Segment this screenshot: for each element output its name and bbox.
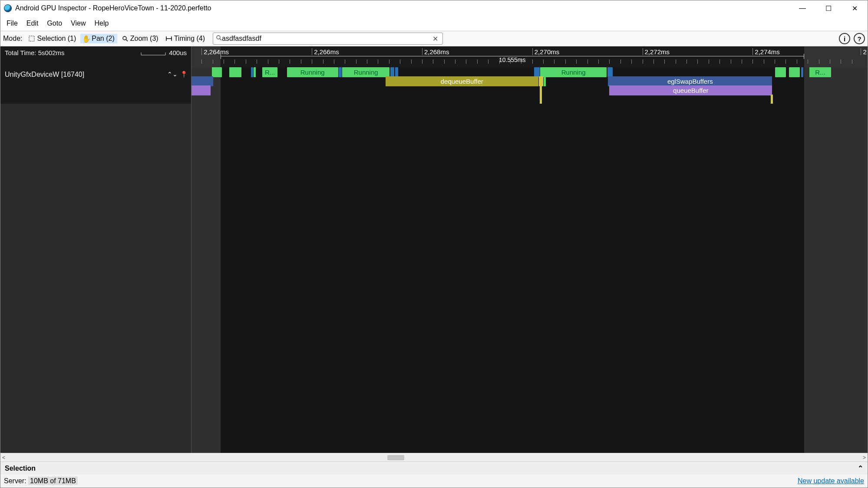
tick-label: 2,272ms [643, 48, 670, 55]
timing-icon [165, 35, 172, 42]
info-button[interactable]: i [839, 33, 850, 44]
trace-slice[interactable] [539, 76, 543, 86]
trace-slice[interactable]: Running [540, 67, 607, 77]
help-button[interactable]: ? [854, 33, 865, 44]
horizontal-scrollbar[interactable]: < > [0, 453, 868, 462]
trace-slice[interactable]: dequeueBuffer [386, 76, 538, 86]
ruler-row: Total Time: 5s002ms 400us 2,264ms2,266ms… [0, 46, 868, 67]
trace-slice[interactable]: R... [809, 67, 831, 77]
trace-slice[interactable] [789, 67, 800, 77]
trace-slice[interactable] [607, 67, 613, 77]
window-controls: — ☐ ✕ [789, 0, 868, 16]
tick-label: 2,274ms [752, 48, 780, 55]
menu-file[interactable]: File [2, 18, 22, 29]
mode-selection-label: Selection (1) [37, 35, 76, 43]
close-button[interactable]: ✕ [842, 0, 868, 16]
mode-pan[interactable]: ✋ Pan (2) [80, 34, 117, 43]
trace-slice[interactable] [229, 67, 241, 77]
trace-slice[interactable] [544, 76, 546, 86]
search-input[interactable] [222, 35, 431, 43]
status-bar: Server: 10MB of 71MB New update availabl… [0, 475, 868, 488]
track-row: UnityGfxDeviceW [16740] ⌃⌄ 📍 R...Running… [0, 67, 868, 104]
trace-slice[interactable] [540, 95, 542, 104]
tick-label: 2,266ms [312, 48, 339, 55]
selection-title: Selection [5, 465, 36, 472]
menu-view[interactable]: View [66, 18, 90, 29]
range-bracket: 10.555ms [221, 56, 804, 63]
hand-icon: ✋ [83, 35, 90, 42]
mode-pan-label: Pan (2) [92, 35, 114, 43]
pin-icon[interactable]: 📍 [180, 71, 188, 78]
svg-rect-0 [29, 36, 34, 41]
track-name: UnityGfxDeviceW [16740] [5, 71, 84, 79]
trace-slice[interactable] [191, 85, 211, 95]
ruler-sidebar: Total Time: 5s002ms 400us [0, 46, 191, 67]
maximize-button[interactable]: ☐ [815, 0, 842, 16]
mode-zoom-label: Zoom (3) [130, 35, 158, 43]
title-bar: Android GPU Inspector - RopeHeroViceTown… [0, 0, 868, 16]
trace-slice[interactable]: R... [262, 67, 277, 77]
expand-panel-icon[interactable]: ⌃ [858, 464, 863, 472]
scroll-left-icon[interactable]: < [2, 455, 5, 461]
window-title: Android GPU Inspector - RopeHeroViceTown… [15, 4, 211, 12]
track-lanes[interactable]: R...RunningRunningRunningR...dequeueBuff… [191, 67, 868, 104]
trace-slice[interactable] [540, 85, 542, 95]
svg-line-7 [220, 39, 221, 40]
scale-label: 400us [169, 49, 187, 56]
mode-selection[interactable]: Selection (1) [26, 34, 79, 43]
menu-bar: File Edit Goto View Help [0, 16, 868, 31]
trace-slice[interactable] [395, 67, 399, 77]
tick-label: 2 [861, 48, 866, 55]
trace-slice[interactable] [254, 67, 256, 77]
app-icon [4, 4, 12, 12]
svg-point-1 [123, 36, 126, 40]
trace-slice[interactable] [191, 76, 213, 86]
trace-slice[interactable] [212, 67, 222, 77]
trace-slice[interactable] [251, 67, 253, 77]
search-box[interactable]: ✕ [213, 33, 443, 45]
trace-slice[interactable]: Running [342, 67, 389, 77]
scale-indicator: 400us [140, 49, 187, 56]
update-link[interactable]: New update available [798, 477, 864, 485]
clear-search-icon[interactable]: ✕ [431, 35, 440, 43]
zoom-icon [122, 35, 129, 42]
trace-slice[interactable] [801, 67, 803, 77]
toolbar: Mode: Selection (1) ✋ Pan (2) Zoom (3) T… [0, 31, 868, 46]
memory-usage: 10MB of 71MB [28, 477, 78, 485]
menu-goto[interactable]: Goto [43, 18, 66, 29]
trace-slice[interactable] [339, 67, 341, 77]
selection-icon [28, 35, 35, 42]
menu-help[interactable]: Help [90, 18, 113, 29]
tick-label: 2,268ms [422, 48, 449, 55]
total-time-label: Total Time: 5s002ms [5, 49, 65, 56]
trace-slice[interactable] [390, 67, 394, 77]
svg-line-2 [126, 39, 128, 41]
trace-slice[interactable]: Running [287, 67, 338, 77]
collapse-icon[interactable]: ⌃⌄ [167, 71, 178, 78]
time-ruler[interactable]: 2,264ms2,266ms2,268ms2,270ms2,272ms2,274… [191, 46, 868, 67]
timeline-area: Total Time: 5s002ms 400us 2,264ms2,266ms… [0, 46, 868, 453]
tick-label: 2,270ms [532, 48, 560, 55]
mode-label: Mode: [3, 35, 22, 43]
trace-slice[interactable] [771, 95, 773, 104]
mode-timing-label: Timing (4) [174, 35, 205, 43]
search-icon [216, 35, 222, 43]
selection-panel-header[interactable]: Selection ⌃ [0, 462, 868, 475]
timeline-empty-area [0, 104, 868, 453]
trace-slice[interactable] [775, 67, 786, 77]
minimize-button[interactable]: — [789, 0, 815, 16]
scroll-right-icon[interactable]: > [863, 455, 866, 461]
trace-slice[interactable]: eglSwapBuffers [608, 76, 772, 86]
tick-label: 2,264ms [201, 48, 229, 55]
mode-timing[interactable]: Timing (4) [163, 34, 208, 43]
svg-point-6 [217, 36, 220, 39]
menu-edit[interactable]: Edit [22, 18, 43, 29]
trace-slice[interactable] [534, 67, 539, 77]
trace-slice[interactable]: queueBuffer [609, 85, 772, 95]
track-header[interactable]: UnityGfxDeviceW [16740] ⌃⌄ 📍 [0, 67, 191, 104]
mode-zoom[interactable]: Zoom (3) [119, 34, 161, 43]
server-label: Server: [4, 477, 26, 485]
